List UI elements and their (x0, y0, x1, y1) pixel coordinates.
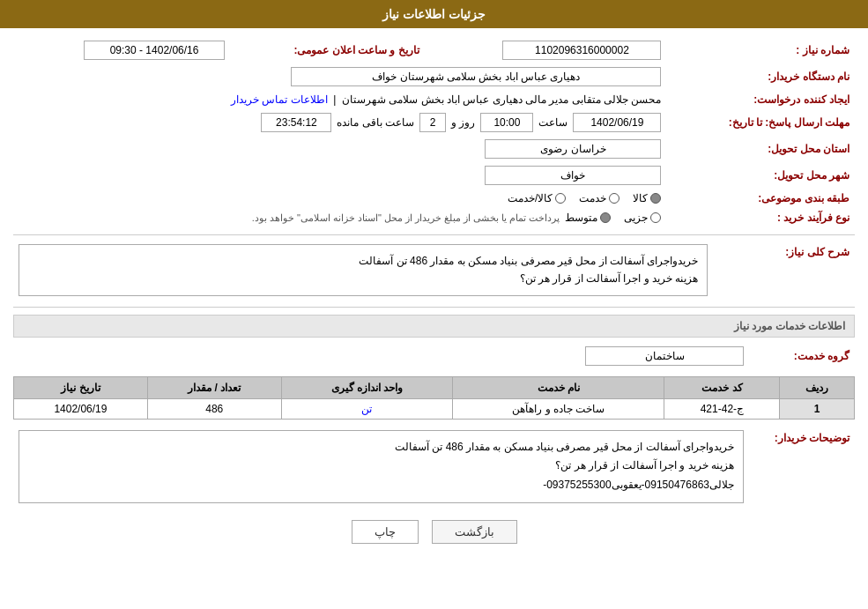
process-label-motovaset: متوسط (565, 212, 597, 224)
category-radio-kala-khedmat[interactable] (555, 193, 566, 204)
cell-name: ساخت جاده و راهآهن (453, 398, 664, 419)
main-content: شماره نیاز : 1102096316000002 تاریخ و سا… (0, 28, 868, 561)
process-label: نوع فرآیند خرید : (666, 208, 855, 227)
deadline-row: 1402/06/19 ساعت 10:00 روز و 2 ساعت باقی … (19, 113, 661, 132)
announce-label: تاریخ و ساعت اعلان عمومی: (230, 37, 425, 63)
page-header: جزئیات اطلاعات نیاز (0, 0, 868, 28)
buttons-row: بازگشت چاپ (13, 520, 855, 544)
table-row: نام دستگاه خریدار: دهیاری عباس اباد بخش … (13, 63, 855, 90)
buyer-desc-label: توضیحات خریدار: (749, 427, 855, 507)
deadline-date: 1402/06/19 (573, 113, 661, 132)
category-radio-group: کالا خدمت کالا/خدمت (19, 192, 661, 204)
category-label-khedmat: خدمت (579, 192, 606, 204)
divider-1 (13, 234, 855, 235)
deadline-time-label: ساعت (538, 116, 568, 129)
col-header-quantity: تعداد / مقدار (147, 376, 281, 398)
city-label: شهر محل تحویل: (666, 162, 855, 189)
group-table: گروه خدمت: ساختمان (13, 343, 855, 369)
process-radio-jozi[interactable] (650, 212, 661, 223)
description-section-label: شرح کلی نیاز: (713, 241, 855, 300)
province-value: خراسان رضوی (485, 139, 661, 159)
table-row: گروه خدمت: ساختمان (13, 343, 855, 369)
category-label: طبقه بندی موضوعی: (666, 189, 855, 208)
process-option-jozi[interactable]: جزیی (624, 212, 661, 224)
table-row: مهلت ارسال پاسخ: تا تاریخ: 1402/06/19 سا… (13, 109, 855, 136)
cell-quantity: 486 (147, 398, 281, 419)
buyer-desc-line2: هزینه خرید و اجرا آسفالت از قرار هر تن؟ (28, 457, 734, 476)
table-row: نوع فرآیند خرید : جزیی متوسط (13, 208, 855, 227)
deadline-day-label: روز و (451, 116, 475, 129)
cell-code: ج-42-421 (664, 398, 780, 419)
category-option-khedmat[interactable]: خدمت (579, 192, 619, 204)
print-button[interactable]: چاپ (352, 520, 419, 544)
process-option-motovaset[interactable]: متوسط (565, 212, 611, 224)
need-number-label: شماره نیاز : (666, 37, 855, 63)
buyer-desc-line3: جلالی09150476863-یعقوبی09375255300- (28, 476, 734, 495)
table-row: طبقه بندی موضوعی: کالا خدمت (13, 189, 855, 208)
divider-2 (13, 307, 855, 308)
creator-value: محسن جلالی متقابی مدیر مالی دهیاری عباس … (342, 93, 661, 106)
col-header-row: ردیف (780, 376, 855, 398)
deadline-remaining-label: ساعت باقی مانده (337, 116, 414, 129)
process-note: پرداخت تمام یا بخشی از مبلغ خریدار از مح… (252, 212, 560, 224)
province-label: استان محل تحویل: (666, 136, 855, 162)
buyer-desc-line1: خریدواجرای آسفالت از محل قیر مصرفی بنیاد… (28, 438, 734, 457)
services-section-header: اطلاعات خدمات مورد نیاز (13, 315, 855, 338)
back-button[interactable]: بازگشت (432, 520, 517, 544)
cell-unit: تن (281, 398, 452, 419)
need-number-value: 1102096316000002 (502, 41, 661, 60)
process-radio-motovaset[interactable] (600, 212, 611, 223)
header-title: جزئیات اطلاعات نیاز (382, 7, 486, 21)
category-label-kala-khedmat: کالا/خدمت (508, 192, 553, 204)
description-box: خریدواجرای آسفالت از محل قیر مصرفی بنیاد… (19, 244, 708, 296)
table-row: شهر محل تحویل: خواف (13, 162, 855, 189)
description-table: شرح کلی نیاز: خریدواجرای آسفالت از محل ق… (13, 241, 855, 300)
services-table: ردیف کد خدمت نام خدمت واحد اندازه گیری ت… (13, 376, 855, 420)
category-label-kala: کالا (633, 192, 648, 204)
table-row: ایجاد کننده درخواست: محسن جلالی متقابی م… (13, 90, 855, 109)
creator-label: ایجاد کننده درخواست: (666, 90, 855, 109)
group-value: ساختمان (585, 346, 744, 366)
table-row: شرح کلی نیاز: خریدواجرای آسفالت از محل ق… (13, 241, 855, 300)
buyer-desc-table: توضیحات خریدار: خریدواجرای آسفالت از محل… (13, 427, 855, 507)
table-row: 1 ج-42-421 ساخت جاده و راهآهن تن 486 140… (14, 398, 855, 419)
announce-value: 1402/06/16 - 09:30 (84, 41, 225, 60)
buyer-desc-box: خریدواجرای آسفالت از محل قیر مصرفی بنیاد… (19, 430, 744, 503)
col-header-code: کد خدمت (664, 376, 780, 398)
page-wrapper: جزئیات اطلاعات نیاز شماره نیاز : 1102096… (0, 0, 868, 609)
description-line1: خریدواجرای آسفالت از محل قیر مصرفی بنیاد… (28, 252, 698, 270)
group-label: گروه خدمت: (749, 343, 855, 369)
col-header-unit: واحد اندازه گیری (281, 376, 452, 398)
deadline-remaining: 23:54:12 (261, 113, 331, 132)
table-row: شماره نیاز : 1102096316000002 تاریخ و سا… (13, 37, 855, 63)
table-row: استان محل تحویل: خراسان رضوی (13, 136, 855, 162)
city-value: خواف (485, 166, 661, 185)
buyer-name-value: دهیاری عباس اباد بخش سلامی شهرستان خواف (291, 67, 661, 86)
cell-row: 1 (780, 398, 855, 419)
process-radio-group: جزیی متوسط (565, 212, 661, 224)
deadline-days: 2 (419, 113, 446, 132)
info-table: شماره نیاز : 1102096316000002 تاریخ و سا… (13, 37, 855, 227)
description-line2: هزینه خرید و اجرا آسفالت از قرار هر تن؟ (28, 270, 698, 287)
category-option-kala[interactable]: کالا (633, 192, 661, 204)
col-header-date: تاریخ نیاز (14, 376, 148, 398)
table-header-row: ردیف کد خدمت نام خدمت واحد اندازه گیری ت… (14, 376, 855, 398)
category-radio-kala[interactable] (650, 193, 661, 204)
process-label-jozi: جزیی (624, 212, 648, 224)
creator-contact-link[interactable]: اطلاعات تماس خریدار (231, 93, 328, 106)
services-section-title: اطلاعات خدمات مورد نیاز (734, 320, 845, 332)
category-radio-khedmat[interactable] (609, 193, 619, 204)
category-option-kala-khedmat[interactable]: کالا/خدمت (508, 192, 566, 204)
table-row: توضیحات خریدار: خریدواجرای آسفالت از محل… (13, 427, 855, 507)
process-row: جزیی متوسط پرداخت تمام یا بخشی از مبلغ خ… (19, 212, 661, 224)
buyer-name-label: نام دستگاه خریدار: (666, 63, 855, 90)
deadline-label: مهلت ارسال پاسخ: تا تاریخ: (666, 109, 855, 136)
col-header-name: نام خدمت (453, 376, 664, 398)
deadline-time: 10:00 (480, 113, 533, 132)
cell-date: 1402/06/19 (14, 398, 148, 419)
